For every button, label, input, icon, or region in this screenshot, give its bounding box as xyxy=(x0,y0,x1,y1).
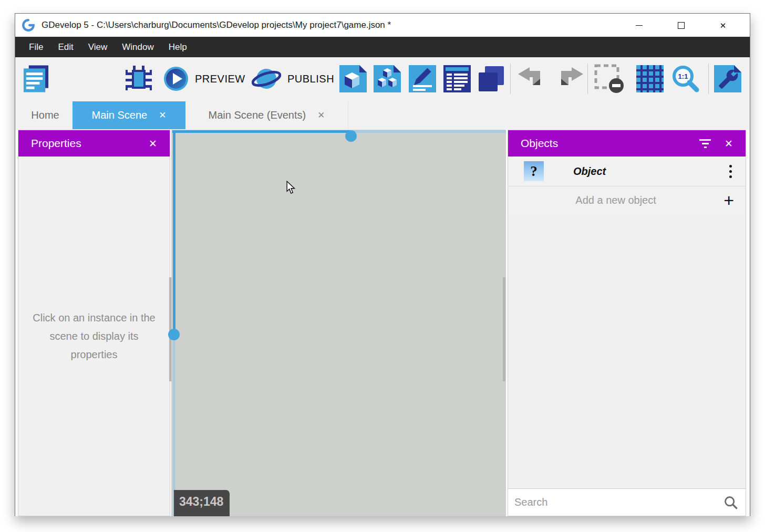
search-icon xyxy=(723,495,738,510)
gdevelop-logo-icon xyxy=(22,18,35,32)
menu-edit[interactable]: Edit xyxy=(50,37,80,57)
wrench-tools-icon xyxy=(714,65,741,92)
zoom-reset-button[interactable]: 1:1 xyxy=(671,65,700,93)
edit-objects-button[interactable] xyxy=(374,65,401,92)
properties-panel-title: Properties xyxy=(31,137,149,150)
app-window: GDevelop 5 - C:\Users\charburg\Documents… xyxy=(15,13,750,516)
tab-bar: Home Main Scene ✕ Main Scene (Events) ✕ xyxy=(15,100,750,130)
scene-cube-icon xyxy=(339,65,367,92)
plus-icon: + xyxy=(723,191,734,209)
add-object-label: Add a new object xyxy=(508,194,723,206)
menu-window[interactable]: Window xyxy=(115,37,161,57)
pencil-edit-icon xyxy=(409,65,436,92)
redo-icon xyxy=(554,67,583,90)
toolbar-separator xyxy=(587,64,588,94)
content-area: Properties ✕ Click on an instance in the… xyxy=(15,130,750,516)
object-list-item[interactable]: ? Object xyxy=(508,157,746,186)
tab-home[interactable]: Home xyxy=(18,101,73,129)
objects-search-bar xyxy=(508,488,746,516)
tab-close-icon[interactable]: ✕ xyxy=(317,110,325,121)
toolbar-separator xyxy=(510,64,511,94)
menu-bar: File Edit View Window Help xyxy=(15,37,750,57)
scene-tools-button[interactable] xyxy=(714,65,741,92)
deselect-icon xyxy=(594,64,625,93)
events-sheet-icon xyxy=(443,65,471,92)
objects-panel: Objects ✕ ? Object Add a new object + xyxy=(508,130,746,516)
object-question-icon: ? xyxy=(524,161,544,181)
tab-home-label: Home xyxy=(31,109,59,121)
title-bar: GDevelop 5 - C:\Users\charburg\Documents… xyxy=(15,14,750,37)
object-name: Object xyxy=(573,165,729,178)
play-preview-icon xyxy=(163,66,189,91)
mouse-cursor-icon xyxy=(286,181,296,195)
minimize-button[interactable] xyxy=(627,17,651,34)
preview-button[interactable]: PREVIEW xyxy=(163,66,245,91)
close-icon: ✕ xyxy=(725,138,733,149)
window-title: GDevelop 5 - C:\Users\charburg\Documents… xyxy=(42,20,391,30)
bug-debug-icon xyxy=(125,65,152,92)
project-manager-icon xyxy=(22,64,50,93)
resize-handle-left[interactable] xyxy=(168,329,180,340)
layers-icon xyxy=(478,65,505,92)
properties-empty-message: Click on an instance in the scene to dis… xyxy=(18,309,170,364)
edit-scene-properties-button[interactable] xyxy=(409,65,436,92)
tab-main-scene-label: Main Scene xyxy=(92,109,148,121)
project-manager-button[interactable] xyxy=(22,64,50,93)
debugger-button[interactable] xyxy=(125,65,152,92)
cursor-coordinates-tooltip: 343;148 xyxy=(174,490,230,516)
objects-close-button[interactable]: ✕ xyxy=(725,138,733,150)
canvas-right-scrollbar[interactable] xyxy=(503,277,505,381)
undo-button[interactable] xyxy=(518,67,547,90)
zoom-one-to-one-icon: 1:1 xyxy=(671,65,700,93)
menu-file[interactable]: File xyxy=(22,37,50,57)
objects-cubes-icon xyxy=(374,65,401,92)
menu-view[interactable]: View xyxy=(81,37,115,57)
edit-events-button[interactable] xyxy=(443,65,471,92)
close-icon: ✕ xyxy=(149,138,157,149)
publish-button[interactable]: PUBLISH xyxy=(252,66,334,92)
maximize-button[interactable] xyxy=(669,17,693,34)
tab-close-icon[interactable]: ✕ xyxy=(159,110,166,121)
publish-planet-icon xyxy=(252,66,281,92)
menu-help[interactable]: Help xyxy=(161,37,194,57)
properties-panel: Properties ✕ Click on an instance in the… xyxy=(18,130,170,516)
publish-label: PUBLISH xyxy=(287,73,334,85)
scene-window-left-edge-extension xyxy=(173,335,175,516)
clear-selection-button[interactable] xyxy=(594,64,625,93)
grid-icon xyxy=(636,65,664,92)
properties-panel-header: Properties ✕ xyxy=(18,130,170,157)
layers-button[interactable] xyxy=(478,65,505,92)
svg-text:1:1: 1:1 xyxy=(678,72,688,80)
toolbar: PREVIEW PUBLISH xyxy=(15,57,750,100)
tab-main-scene-events-label: Main Scene (Events) xyxy=(209,109,306,121)
scene-window-top-edge-extension xyxy=(351,130,506,133)
objects-panel-title: Objects xyxy=(521,137,699,150)
minimize-icon xyxy=(636,25,643,26)
scene-window-left-edge xyxy=(173,130,175,335)
scene-window-top-edge xyxy=(172,130,351,133)
toolbar-separator xyxy=(708,64,709,94)
add-object-button[interactable]: Add a new object + xyxy=(508,186,746,214)
tab-main-scene[interactable]: Main Scene ✕ xyxy=(73,101,185,129)
resize-handle-top[interactable] xyxy=(345,130,357,142)
redo-button[interactable] xyxy=(554,67,583,90)
kebab-menu-icon[interactable] xyxy=(729,165,732,178)
filter-button[interactable] xyxy=(699,139,711,148)
scene-canvas[interactable]: 343;148 xyxy=(171,130,506,516)
filter-icon xyxy=(699,139,711,141)
maximize-icon xyxy=(678,22,685,29)
properties-close-button[interactable]: ✕ xyxy=(149,138,157,150)
tab-main-scene-events[interactable]: Main Scene (Events) ✕ xyxy=(185,101,348,129)
grid-button[interactable] xyxy=(636,65,664,92)
close-button[interactable]: ✕ xyxy=(711,17,735,34)
close-icon: ✕ xyxy=(720,22,727,29)
preview-label: PREVIEW xyxy=(195,73,245,85)
edit-scene-button[interactable] xyxy=(339,65,367,92)
objects-panel-header: Objects ✕ xyxy=(508,130,746,157)
search-input[interactable] xyxy=(508,496,723,508)
undo-icon xyxy=(518,67,547,90)
window-controls: ✕ xyxy=(627,17,735,34)
objects-list-empty-area xyxy=(508,214,746,488)
